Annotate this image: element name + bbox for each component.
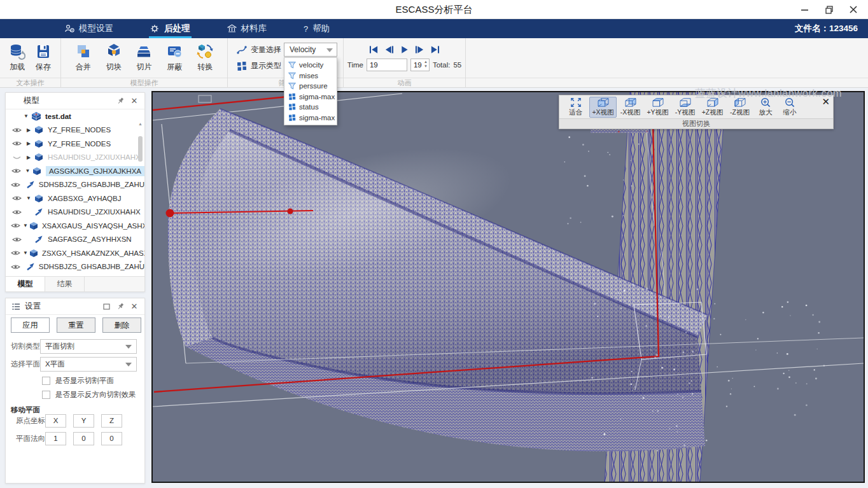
menu-material-library[interactable]: 材料库	[218, 19, 276, 38]
tree-item[interactable]: ▶ YZ_FREE_NODES	[6, 137, 144, 151]
delete-button[interactable]: 删除	[102, 317, 141, 333]
tab-model[interactable]: 模型	[6, 277, 45, 291]
menu-model-settings[interactable]: 模型设置	[56, 19, 122, 38]
cube-minus-x-icon	[622, 97, 640, 108]
fit-view-button[interactable]: 适合	[562, 97, 589, 118]
variable-select-button[interactable]: 变量选择	[237, 45, 281, 55]
panel-close-icon[interactable]: ✕	[129, 302, 139, 312]
expander-icon[interactable]: ▼	[23, 223, 28, 228]
merge-button[interactable]: 合并	[75, 43, 92, 73]
tree-item-selected[interactable]: ▼ AGSGKJKG_GJHXAJKHXA	[6, 164, 144, 178]
dropdown-option[interactable]: status	[284, 102, 337, 113]
tree-item[interactable]: SDHSBJZS_GHSABJHB_ZAHU	[6, 260, 144, 274]
view-button-plus-y[interactable]: +Y视图	[644, 97, 671, 118]
total-value: 55	[453, 61, 461, 69]
tree-item[interactable]: ▼ XSAXGAUS_AISYAQSH_ASHX	[6, 219, 144, 233]
play-button[interactable]	[400, 45, 409, 54]
show-cut-plane-checkbox[interactable]	[42, 377, 50, 385]
convert-button[interactable]: 转换	[197, 43, 213, 73]
dropdown-option[interactable]: sigma-max	[284, 113, 337, 123]
tree-item[interactable]: SDHSBJZS_GHSABJHB_ZAHU	[6, 178, 144, 192]
minimize-button[interactable]	[793, 0, 817, 19]
spinner-down-icon[interactable]: ▼	[424, 64, 428, 68]
dropdown-option[interactable]: mises	[284, 71, 337, 81]
pin-icon[interactable]	[115, 96, 125, 106]
expander-icon[interactable]: ▼	[24, 168, 31, 174]
eye-icon[interactable]	[11, 263, 20, 270]
skip-end-button[interactable]	[430, 45, 440, 54]
tree-scrollbar[interactable]: ▲ ▼	[137, 129, 143, 257]
cut-block-button[interactable]: 切块	[106, 43, 122, 73]
eye-icon[interactable]	[11, 140, 22, 147]
dropdown-option[interactable]: perssure	[284, 81, 337, 92]
title-bar: ESCASS分析平台	[0, 0, 868, 19]
scroll-down-icon[interactable]: ▼	[137, 259, 143, 265]
eye-icon[interactable]	[11, 222, 20, 229]
spinner-up-icon[interactable]: ▲	[424, 60, 428, 64]
expander-icon[interactable]: ▼	[23, 250, 28, 256]
cut-block-icon	[106, 43, 122, 60]
eye-icon[interactable]	[11, 249, 20, 256]
scrollbar-thumb[interactable]	[138, 136, 143, 162]
origin-y-input[interactable]: Y	[73, 414, 94, 428]
close-button[interactable]	[841, 0, 865, 19]
restore-button[interactable]	[817, 0, 841, 19]
3d-viewport[interactable]: 适合 +X视图 -X视图 +Y视图 -Y视图	[151, 91, 865, 483]
scroll-up-icon[interactable]: ▲	[137, 121, 143, 127]
expander-icon[interactable]: ▼	[22, 113, 30, 119]
tree-item[interactable]: HSAUHDISU_JZXIUXHAHX	[6, 206, 144, 220]
eye-icon[interactable]	[11, 127, 22, 134]
expander-icon[interactable]: ▼	[25, 195, 32, 201]
step-back-button[interactable]	[384, 45, 394, 54]
pin-icon[interactable]	[115, 302, 125, 312]
normal-x-input[interactable]: 1	[45, 432, 66, 445]
view-button-minus-x[interactable]: -X视图	[617, 97, 644, 118]
normal-z-input[interactable]: 0	[101, 432, 122, 445]
tree-item[interactable]: SAGFASGZ_ASYHHXSN	[6, 233, 144, 247]
float-window-icon[interactable]	[101, 302, 111, 312]
expander-icon[interactable]: ▶	[25, 127, 32, 133]
reverse-cut-checkbox[interactable]	[42, 391, 50, 399]
tree-item[interactable]: ▼ ZSXGX_HSAKAZNZXK_AHASX	[6, 246, 144, 260]
eye-icon[interactable]	[11, 181, 20, 188]
normal-y-input[interactable]: 0	[73, 432, 94, 445]
eye-icon[interactable]	[11, 209, 22, 216]
curve-icon	[34, 235, 44, 244]
step-forward-button[interactable]	[415, 45, 424, 54]
group-label: 模型操作	[61, 78, 227, 87]
eye-icon[interactable]	[11, 236, 22, 243]
tree-item[interactable]: ▶ YZ_FREE_NODES	[6, 123, 144, 137]
apply-button[interactable]: 应用	[11, 317, 50, 333]
view-button-plus-x[interactable]: +X视图	[589, 97, 617, 118]
origin-z-input[interactable]: Z	[101, 414, 122, 428]
reset-button[interactable]: 重置	[57, 317, 95, 333]
origin-x-input[interactable]: X	[45, 414, 66, 428]
menu-help[interactable]: ? 帮助	[295, 19, 339, 38]
display-type-button[interactable]: 显示类型	[237, 60, 281, 71]
tree-root-item[interactable]: ▼ test.dat	[6, 109, 144, 123]
skip-start-button[interactable]	[369, 45, 379, 54]
group-animation: Time 19 ▲▼ Total: 55 动画	[344, 38, 466, 88]
dropdown-option[interactable]: velocity	[284, 60, 337, 71]
slice-button[interactable]: 切片	[136, 43, 152, 73]
menu-post-processing[interactable]: 后处理	[141, 19, 199, 38]
expander-icon[interactable]: ▶	[25, 141, 32, 146]
time-input[interactable]	[367, 59, 407, 71]
eye-icon[interactable]	[11, 195, 22, 202]
plane-select[interactable]: X平面	[40, 357, 137, 372]
panel-close-icon[interactable]: ✕	[129, 96, 139, 106]
tree-item[interactable]: ▼ XAGBSXG_AYHAQBJ	[6, 192, 144, 206]
expander-icon[interactable]: ▶	[25, 155, 32, 160]
dropdown-option[interactable]: sigma-max	[284, 92, 337, 102]
load-button[interactable]: 加载	[9, 43, 25, 73]
tree-item[interactable]: ▶ HSAUHDISU_JZXIUXHAHX	[6, 151, 144, 165]
variable-combo[interactable]: Velocity	[284, 43, 337, 57]
tab-results[interactable]: 结果	[45, 277, 85, 291]
save-button[interactable]: 保存	[35, 43, 52, 73]
frame-spinner[interactable]: 19 ▲▼	[410, 59, 430, 71]
cut-type-select[interactable]: 平面切割	[40, 339, 137, 354]
eye-icon[interactable]	[11, 167, 22, 174]
group-model-ops: 合并 切块 切片	[61, 38, 228, 88]
mask-button[interactable]: 屏蔽	[166, 43, 183, 73]
eye-closed-icon[interactable]	[11, 154, 22, 161]
